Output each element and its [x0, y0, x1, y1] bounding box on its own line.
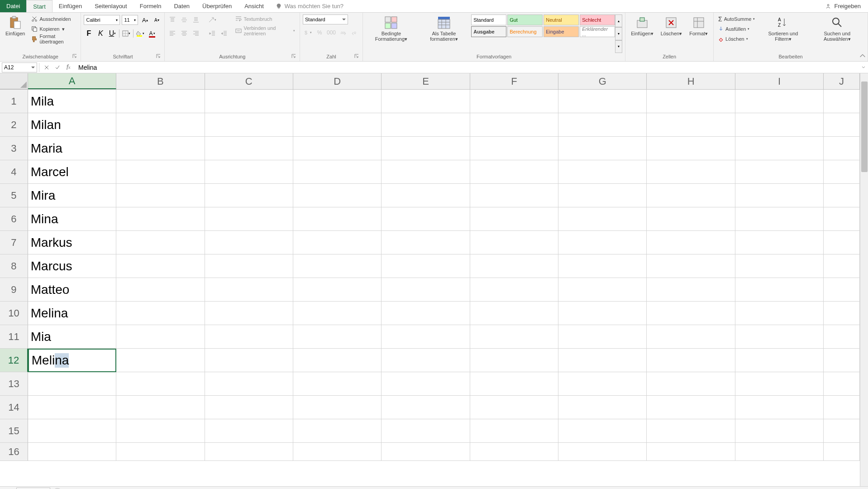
cell-H1[interactable]: [647, 90, 735, 113]
cell-I2[interactable]: [735, 113, 824, 137]
column-header-A[interactable]: A: [28, 73, 116, 89]
cell-A15[interactable]: [28, 419, 116, 443]
cell-D4[interactable]: [293, 160, 382, 184]
cell-H5[interactable]: [647, 184, 735, 207]
column-header-C[interactable]: C: [205, 73, 293, 89]
tab-datei[interactable]: Datei: [0, 0, 26, 12]
expand-formula-bar-button[interactable]: [859, 65, 868, 70]
select-all-button[interactable]: [0, 73, 28, 89]
cell-B3[interactable]: [116, 137, 205, 160]
cell-C12[interactable]: [205, 349, 293, 372]
cell-J14[interactable]: [824, 396, 860, 419]
cell-C14[interactable]: [205, 396, 293, 419]
cell-G9[interactable]: [558, 278, 647, 302]
cell-G12[interactable]: [558, 349, 647, 372]
decrease-indent-button[interactable]: [207, 29, 217, 38]
borders-button[interactable]: ▾: [121, 29, 131, 38]
cell-C1[interactable]: [205, 90, 293, 113]
cell-F14[interactable]: [470, 396, 558, 419]
tab-seitenlayout[interactable]: Seitenlayout: [88, 0, 134, 12]
paste-button[interactable]: Einfügen: [3, 14, 28, 53]
cell-I7[interactable]: [735, 231, 824, 254]
cell-E7[interactable]: [382, 231, 470, 254]
cell-G2[interactable]: [558, 113, 647, 137]
fill-button[interactable]: Ausfüllen▾: [716, 24, 757, 34]
cell-D3[interactable]: [293, 137, 382, 160]
cell-E11[interactable]: [382, 325, 470, 349]
align-left-button[interactable]: [167, 29, 177, 38]
cell-J6[interactable]: [824, 207, 860, 231]
format-as-table-button[interactable]: Als Tabelle formatieren▾: [419, 14, 469, 53]
cell-A16[interactable]: [28, 443, 116, 461]
confirm-edit-button[interactable]: [52, 62, 63, 72]
cell-A3[interactable]: Maria: [28, 137, 116, 160]
cell-E9[interactable]: [382, 278, 470, 302]
cell-A14[interactable]: [28, 396, 116, 419]
cell-D16[interactable]: [293, 443, 382, 461]
cell-C10[interactable]: [205, 302, 293, 325]
column-header-E[interactable]: E: [382, 73, 470, 89]
cell-B10[interactable]: [116, 302, 205, 325]
cell-J11[interactable]: [824, 325, 860, 349]
cell-E8[interactable]: [382, 254, 470, 278]
cell-J5[interactable]: [824, 184, 860, 207]
cell-F2[interactable]: [470, 113, 558, 137]
dialog-launcher-icon[interactable]: [156, 54, 161, 58]
row-header-2[interactable]: 2: [0, 113, 28, 137]
cell-J12[interactable]: [824, 349, 860, 372]
decrease-font-button[interactable]: A▾: [152, 15, 162, 25]
cell-C3[interactable]: [205, 137, 293, 160]
cell-D13[interactable]: [293, 372, 382, 396]
cell-F1[interactable]: [470, 90, 558, 113]
cell-I12[interactable]: [735, 349, 824, 372]
cell-D1[interactable]: [293, 90, 382, 113]
cell-F4[interactable]: [470, 160, 558, 184]
cell-J10[interactable]: [824, 302, 860, 325]
cell-D14[interactable]: [293, 396, 382, 419]
row-header-12[interactable]: 12: [0, 349, 28, 372]
cell-style-berechnung[interactable]: Berechnung: [507, 26, 543, 37]
cell-D5[interactable]: [293, 184, 382, 207]
cell-F13[interactable]: [470, 372, 558, 396]
cell-G5[interactable]: [558, 184, 647, 207]
tab-ansicht[interactable]: Ansicht: [238, 0, 270, 12]
cell-A6[interactable]: Mina: [28, 207, 116, 231]
cell-I3[interactable]: [735, 137, 824, 160]
cell-G11[interactable]: [558, 325, 647, 349]
cell-H12[interactable]: [647, 349, 735, 372]
align-right-button[interactable]: [191, 29, 201, 38]
cell-B14[interactable]: [116, 396, 205, 419]
cell-C16[interactable]: [205, 443, 293, 461]
gallery-up-button[interactable]: ▴: [615, 14, 622, 27]
align-middle-button[interactable]: [179, 15, 189, 25]
fill-color-button[interactable]: ▾: [135, 29, 145, 38]
cell-H13[interactable]: [647, 372, 735, 396]
wrap-text-button[interactable]: Textumbruch: [234, 14, 297, 24]
cell-A4[interactable]: Marcel: [28, 160, 116, 184]
cell-C7[interactable]: [205, 231, 293, 254]
tab-formeln[interactable]: Formeln: [134, 0, 168, 12]
gallery-more-button[interactable]: ▾: [615, 40, 622, 53]
cell-I11[interactable]: [735, 325, 824, 349]
dialog-launcher-icon[interactable]: [354, 54, 359, 58]
cell-I13[interactable]: [735, 372, 824, 396]
cell-I8[interactable]: [735, 254, 824, 278]
tab-start[interactable]: Start: [26, 0, 52, 12]
cell-B7[interactable]: [116, 231, 205, 254]
font-color-button[interactable]: A▾: [147, 29, 157, 38]
cell-D6[interactable]: [293, 207, 382, 231]
tab-einfugen[interactable]: Einfügen: [52, 0, 88, 12]
cell-C6[interactable]: [205, 207, 293, 231]
decrease-decimal-button[interactable]: .0: [350, 28, 360, 38]
cell-H4[interactable]: [647, 160, 735, 184]
cell-E12[interactable]: [382, 349, 470, 372]
cell-B9[interactable]: [116, 278, 205, 302]
cell-B5[interactable]: [116, 184, 205, 207]
cell-B16[interactable]: [116, 443, 205, 461]
cell-F11[interactable]: [470, 325, 558, 349]
cell-J7[interactable]: [824, 231, 860, 254]
cell-E13[interactable]: [382, 372, 470, 396]
cell-G14[interactable]: [558, 396, 647, 419]
sort-filter-button[interactable]: AZSortieren und Filtern▾: [758, 14, 807, 53]
cell-C15[interactable]: [205, 419, 293, 443]
